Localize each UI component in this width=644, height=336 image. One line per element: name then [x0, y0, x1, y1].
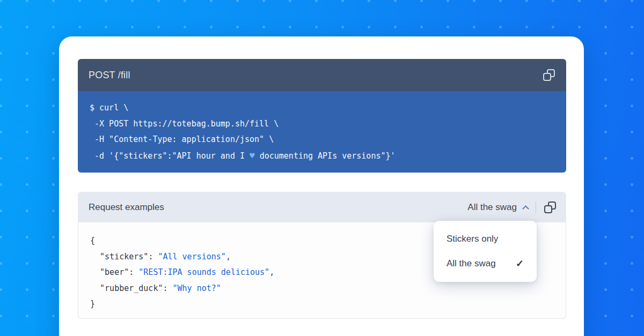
examples-copy-button[interactable] — [544, 201, 557, 214]
blue-heart-icon: ♥ — [250, 151, 255, 161]
examples-title: Request examples — [89, 202, 164, 213]
code-line: -H "Content-Type: application/json" \ — [90, 132, 554, 148]
json-separator: : — [148, 252, 158, 262]
endpoint-title: POST /fill — [89, 70, 130, 81]
endpoint-copy-button[interactable] — [543, 69, 555, 81]
code-line: $ curl \ — [90, 100, 554, 116]
json-separator: : — [129, 267, 138, 277]
json-value: "All versions" — [158, 252, 225, 262]
json-key: "rubber_duck" — [90, 283, 163, 293]
header-divider — [536, 201, 536, 213]
examples-header: Request examples All the swag — [78, 192, 566, 222]
examples-header-controls: All the swag — [467, 201, 557, 214]
page-background: { "endpoint": { "title": "POST /fill", "… — [0, 0, 644, 336]
chevron-up-icon — [522, 205, 529, 212]
endpoint-panel: POST /fill $ curl \ -X POST https://tote… — [78, 59, 566, 173]
endpoint-header: POST /fill — [78, 59, 566, 91]
json-comma: , — [226, 252, 231, 262]
dropdown-item-label: Stickers only — [447, 234, 498, 244]
copy-icon — [543, 73, 551, 81]
code-text: documenting APIs versions"}' — [255, 151, 396, 161]
main-card: POST /fill $ curl \ -X POST https://tote… — [59, 36, 584, 336]
json-value: "Why not?" — [173, 283, 221, 293]
swag-dropdown-menu: Stickers only All the swag ✓ — [434, 221, 537, 282]
copy-icon — [544, 205, 552, 213]
code-line: -d '{"stickers":"API hour and I ♥ docume… — [90, 148, 554, 165]
dropdown-item-all-the-swag[interactable]: All the swag ✓ — [434, 251, 537, 276]
json-key: "stickers" — [90, 252, 148, 262]
json-line: } — [90, 296, 554, 312]
json-value: "REST:IPA sounds delicious" — [138, 267, 269, 277]
json-comma: , — [269, 267, 274, 277]
json-line: "rubber_duck": "Why not?" — [90, 281, 554, 297]
code-text: -d '{"stickers":"API hour and I — [90, 151, 250, 161]
json-separator: : — [163, 283, 172, 293]
example-selector[interactable]: All the swag — [467, 202, 528, 213]
selector-value: All the swag — [467, 202, 517, 213]
curl-code-block: $ curl \ -X POST https://totebag.bump.sh… — [78, 91, 566, 173]
dropdown-item-stickers-only[interactable]: Stickers only — [434, 227, 537, 251]
dropdown-item-label: All the swag — [447, 258, 496, 269]
check-icon: ✓ — [516, 258, 524, 270]
json-key: "beer" — [90, 267, 129, 277]
code-line: -X POST https://totebag.bump.sh/fill \ — [90, 116, 554, 132]
